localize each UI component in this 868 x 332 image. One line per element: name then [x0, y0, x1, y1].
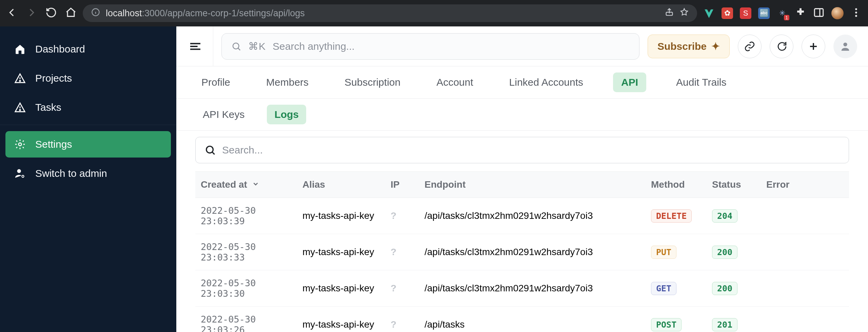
svg-point-15: [22, 175, 24, 177]
sidepanel-icon[interactable]: [813, 7, 825, 20]
sidebar-divider: [0, 125, 176, 125]
sidebar-item-tasks[interactable]: Tasks: [5, 94, 171, 121]
svg-point-10: [20, 80, 21, 81]
cell-alias: my-tasks-api-key: [297, 307, 385, 332]
extension-badge: 1: [784, 15, 789, 20]
column-header-created-at[interactable]: Created at: [195, 172, 297, 198]
gear-icon: [14, 139, 26, 150]
extension-s-icon[interactable]: S: [740, 7, 751, 19]
settings-tabs: ProfileMembersSubscriptionAccountLinked …: [176, 66, 868, 99]
main-content: ⌘K Search anything... Subscribe ✦ Profil…: [176, 26, 868, 332]
sort-desc-icon: [252, 179, 259, 190]
status-chip: 200: [712, 282, 737, 295]
sidebar-item-settings[interactable]: Settings: [5, 131, 171, 158]
subtab-logs[interactable]: Logs: [267, 105, 306, 124]
cell-ip: ?: [385, 307, 419, 332]
sidebar-item-switch-admin[interactable]: Switch to admin: [5, 160, 171, 187]
svg-point-8: [855, 15, 857, 17]
logs-search-input[interactable]: Search...: [195, 137, 849, 163]
table-row[interactable]: 2022-05-30 23:03:26my-tasks-api-key?/api…: [195, 307, 849, 332]
column-header-alias[interactable]: Alias: [297, 172, 385, 198]
tab-audit-trails[interactable]: Audit Trails: [670, 72, 732, 92]
tab-members[interactable]: Members: [260, 72, 315, 92]
site-info-icon[interactable]: [91, 7, 100, 19]
toggle-sidebar-button[interactable]: [187, 26, 213, 66]
sidebar-item-projects[interactable]: Projects: [5, 65, 171, 91]
column-header-endpoint[interactable]: Endpoint: [419, 172, 646, 198]
cell-alias: my-tasks-api-key: [297, 234, 385, 270]
chat-icon: [776, 41, 787, 52]
table-row[interactable]: 2022-05-30 23:03:30my-tasks-api-key?/api…: [195, 270, 849, 307]
cell-error: [761, 198, 849, 234]
share-icon[interactable]: [665, 7, 674, 19]
translate-icon[interactable]: 🔤: [758, 7, 770, 19]
table-row[interactable]: 2022-05-30 23:03:39my-tasks-api-key?/api…: [195, 198, 849, 234]
cell-endpoint: /api/tasks/cl3tmx2hm0291w2hsardy7oi3: [419, 270, 646, 307]
subscribe-label: Subscribe: [657, 41, 707, 52]
plus-icon: [808, 41, 819, 52]
user-gear-icon: [14, 168, 26, 179]
svg-point-6: [855, 8, 857, 10]
star-icon[interactable]: [679, 7, 689, 19]
api-subtabs: API KeysLogs: [176, 99, 868, 131]
subtab-api-keys[interactable]: API Keys: [195, 105, 252, 124]
svg-line-20: [238, 48, 240, 50]
user-menu-button[interactable]: [833, 35, 857, 58]
logs-table: Created atAliasIPEndpointMethodStatusErr…: [195, 171, 849, 332]
cell-ip: ?: [385, 270, 419, 307]
cell-created: 2022-05-30 23:03:39: [195, 198, 297, 234]
global-search-input[interactable]: ⌘K Search anything...: [221, 33, 639, 60]
cell-status: 201: [707, 307, 761, 332]
column-header-status[interactable]: Status: [707, 172, 761, 198]
tab-linked-accounts[interactable]: Linked Accounts: [503, 72, 589, 92]
tab-subscription[interactable]: Subscription: [338, 72, 407, 92]
back-icon[interactable]: [6, 7, 18, 20]
sparkle-icon: ✦: [711, 40, 720, 52]
copy-link-button[interactable]: [738, 35, 762, 58]
profile-avatar[interactable]: [831, 7, 844, 19]
user-icon: [840, 41, 851, 52]
status-chip: 201: [712, 318, 737, 331]
extension-spark-icon[interactable]: ✳ 1: [776, 7, 788, 19]
svg-point-13: [19, 143, 22, 146]
svg-point-24: [206, 146, 213, 153]
search-icon: [231, 41, 241, 51]
cell-method: POST: [646, 307, 707, 332]
sidebar-item-dashboard[interactable]: Dashboard: [5, 36, 171, 62]
method-chip: POST: [651, 318, 682, 331]
reload-icon[interactable]: [45, 7, 57, 20]
cell-alias: my-tasks-api-key: [297, 270, 385, 307]
cell-error: [761, 234, 849, 270]
svg-point-7: [855, 12, 857, 14]
vue-devtools-icon[interactable]: [703, 7, 715, 19]
column-header-error[interactable]: Error: [761, 172, 849, 198]
sidebar-item-label: Dashboard: [35, 43, 85, 55]
svg-rect-4: [814, 9, 823, 17]
home-icon[interactable]: [65, 7, 77, 20]
home-icon: [14, 43, 26, 55]
sidebar-item-label: Settings: [35, 139, 72, 150]
extension-red-icon[interactable]: ✿: [722, 7, 733, 19]
forward-icon[interactable]: [26, 7, 37, 20]
cell-endpoint: /api/tasks/cl3tmx2hm0291w2hsardy7oi3: [419, 198, 646, 234]
tab-api[interactable]: API: [613, 72, 646, 92]
table-row[interactable]: 2022-05-30 23:03:33my-tasks-api-key?/api…: [195, 234, 849, 270]
column-header-method[interactable]: Method: [646, 172, 707, 198]
extensions-menu-icon[interactable]: [795, 7, 806, 20]
cell-error: [761, 270, 849, 307]
search-shortcut: ⌘K: [248, 40, 266, 52]
cell-error: [761, 307, 849, 332]
menu-icon: [189, 40, 202, 53]
tab-profile[interactable]: Profile: [195, 72, 236, 92]
add-button[interactable]: [802, 35, 825, 58]
kebab-menu-icon[interactable]: [850, 7, 862, 20]
feedback-button[interactable]: [770, 35, 793, 58]
sidebar-item-label: Projects: [35, 72, 72, 84]
subscribe-button[interactable]: Subscribe ✦: [648, 35, 730, 58]
cell-status: 204: [707, 198, 761, 234]
address-bar[interactable]: localhost:3000/app/acme-corp-1/settings/…: [83, 4, 697, 22]
sidebar-item-label: Switch to admin: [35, 168, 107, 179]
method-chip: GET: [651, 282, 676, 295]
tab-account[interactable]: Account: [430, 72, 479, 92]
column-header-ip[interactable]: IP: [385, 172, 419, 198]
